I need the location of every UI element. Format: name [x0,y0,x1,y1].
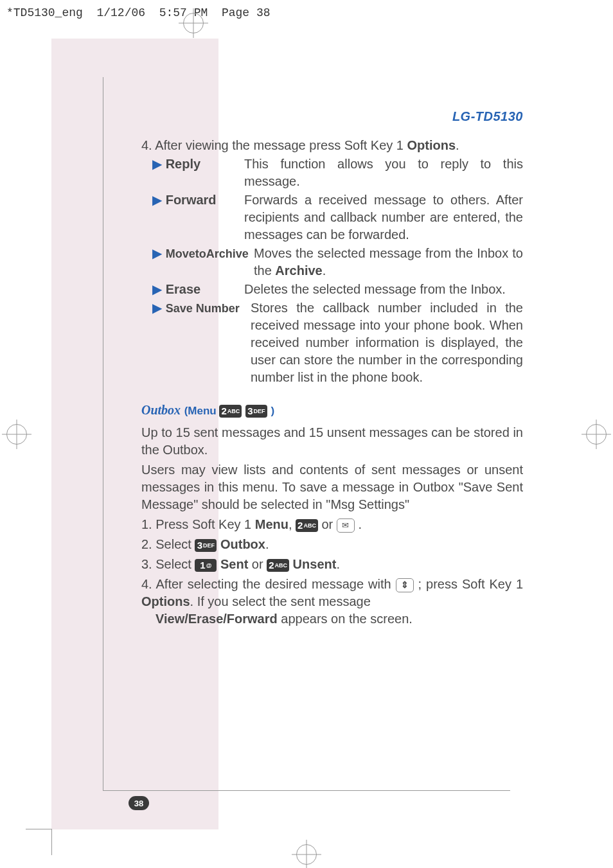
arrow-icon: ▶ [152,246,162,260]
key-2-icon: 2ABC [296,519,318,532]
step-2: 2. Select 3DEF Outbox. [141,536,523,553]
date: 1/12/06 [96,6,145,19]
updown-icon [396,578,414,592]
key-3-icon: 3DEF [195,539,217,552]
option-label: Erase [166,282,201,296]
intro-line: 4. After viewing the message press Soft … [141,137,523,154]
option-row: ▶Forward Forwards a received message to … [141,191,523,244]
arrow-icon: ▶ [152,301,162,315]
step-3: 3. Select 1@ Sent or 2ABC Unsent. [141,556,523,573]
option-desc: Stores the callback number included in t… [251,299,523,386]
crop-corner [26,829,52,855]
page-area: LG-TD5130 4. After viewing the message p… [51,39,562,829]
option-row: ▶Reply This function allows you to reply… [141,155,523,190]
option-label: Save Number [166,302,240,315]
outbox-para2: Users may view lists and contents of sen… [141,461,523,513]
key-3-icon: 3DEF [245,405,267,418]
option-row: ▶MovetoArchive Moves the selected messag… [141,245,523,279]
registration-mark-left [6,424,27,445]
section-title: Outbox (Menu 2ABC 3DEF ) [141,402,523,419]
content: LG-TD5130 4. After viewing the message p… [141,109,523,628]
envelope-icon [337,518,355,533]
pdf-header: *TD5130_eng 1/12/06 5:57 PM Page 38 [0,0,613,26]
option-desc: Forwards a received message to others. A… [244,191,523,244]
option-row: ▶Erase Deletes the selected message from… [141,281,523,298]
option-desc: This function allows you to reply to thi… [244,155,523,190]
arrow-icon: ▶ [152,157,162,171]
registration-mark-right [586,424,607,445]
registration-mark-top [183,13,204,33]
arrow-icon: ▶ [152,282,162,296]
option-label: Reply [166,157,200,171]
page-label: Page 38 [222,6,271,19]
brand-title: LG-TD5130 [141,109,523,124]
option-label: Forward [166,193,217,207]
key-2-icon: 2ABC [267,559,289,572]
option-label: MovetoArchive [166,247,249,260]
option-desc: Moves the selected message from the Inbo… [254,245,523,279]
key-2-icon: 2ABC [219,405,242,418]
key-1-icon: 1@ [195,559,217,572]
step-4: 4. After selecting the desired message w… [141,576,523,628]
arrow-icon: ▶ [152,193,162,207]
crop-line [103,790,510,791]
page-number: 38 [129,796,149,810]
option-row: ▶Save Number Stores the callback number … [141,299,523,386]
step-1: 1. Press Soft Key 1 Menu, 2ABC or . [141,516,523,533]
registration-mark-bottom [296,844,317,865]
crop-line [103,77,103,791]
outbox-para1: Up to 15 sent messages and 15 unsent mes… [141,424,523,459]
option-desc: Deletes the selected message from the In… [244,281,523,298]
filename: *TD5130_eng [6,6,83,19]
